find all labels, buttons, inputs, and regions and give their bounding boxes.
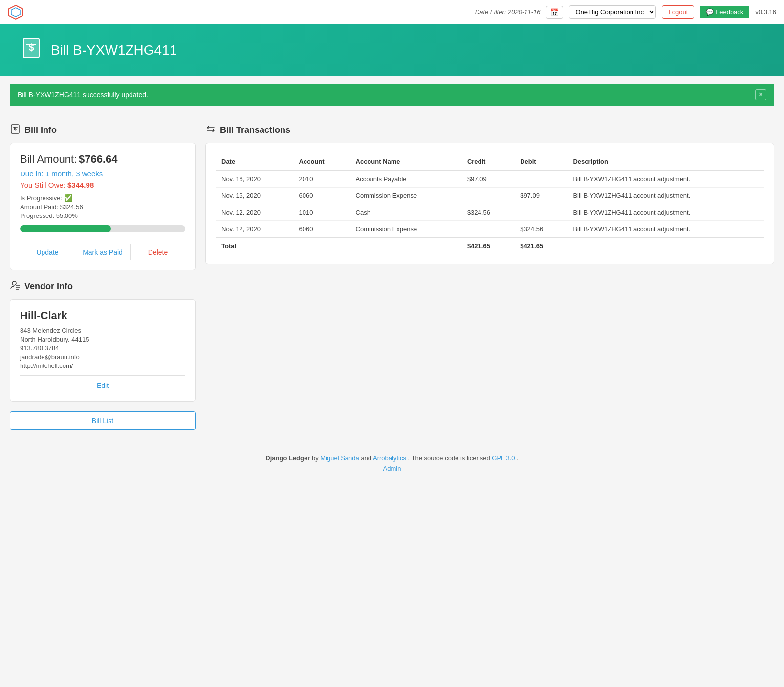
table-foot: Total $421.65 $421.65	[216, 237, 764, 254]
svg-text:$: $	[28, 42, 34, 53]
cell-debit	[514, 171, 567, 188]
page-header: $ Bill B-YXW1ZHG411	[0, 24, 784, 76]
vendor-info-header: Vendor Info	[10, 280, 196, 293]
delete-button[interactable]: Delete	[131, 244, 185, 260]
footer-text: Django Ledger by Miguel Sanda and Arroba…	[10, 454, 774, 462]
cell-date: Nov. 16, 2020	[216, 188, 293, 204]
col-description: Description	[567, 153, 764, 171]
bill-info-title: Bill Info	[24, 125, 57, 135]
due-in: Due in: 1 month, 3 weeks	[20, 170, 185, 178]
total-account	[293, 237, 350, 254]
footer-admin-row: Admin	[10, 465, 774, 472]
footer-author1-link[interactable]: Miguel Sanda	[320, 454, 359, 462]
svg-point-8	[12, 281, 16, 285]
bill-info-icon: $	[10, 124, 21, 137]
cell-account: 6060	[293, 188, 350, 204]
total-description	[567, 237, 764, 254]
vendor-info-title: Vendor Info	[24, 281, 73, 292]
progressed-value: 55.00%	[56, 212, 78, 219]
cell-account: 2010	[293, 171, 350, 188]
table-row: Nov. 12, 20201010Cash$324.56Bill B-YXW1Z…	[216, 204, 764, 221]
page-title: Bill B-YXW1ZHG411	[51, 43, 177, 58]
footer-admin-link[interactable]: Admin	[10, 465, 774, 472]
cell-description: Bill B-YXW1ZHG411 account adjustment.	[567, 188, 764, 204]
cell-account_name: Commission Expense	[350, 221, 461, 238]
company-select[interactable]: One Big Corporation Inc	[569, 5, 656, 19]
update-button[interactable]: Update	[20, 244, 75, 260]
vendor-address1: 843 Melendez Circles	[20, 327, 185, 334]
cell-description: Bill B-YXW1ZHG411 account adjustment.	[567, 221, 764, 238]
table-row: Nov. 12, 20206060Commission Expense$324.…	[216, 221, 764, 238]
cell-account_name: Accounts Payable	[350, 171, 461, 188]
bill-actions: Update Mark as Paid Delete	[20, 238, 185, 260]
footer-license-link[interactable]: GPL 3.0	[492, 454, 515, 462]
transactions-title: Bill Transactions	[220, 125, 290, 135]
total-debit: $421.65	[514, 237, 567, 254]
table-header-row: Date Account Account Name Credit Debit D…	[216, 153, 764, 171]
cell-date: Nov. 12, 2020	[216, 221, 293, 238]
amount-paid-value: $324.56	[60, 203, 83, 211]
cell-date: Nov. 12, 2020	[216, 204, 293, 221]
progress-bar-fill	[20, 225, 111, 232]
cell-credit: $324.56	[461, 204, 514, 221]
bill-list-button[interactable]: Bill List	[10, 411, 196, 430]
transactions-icon	[205, 124, 216, 137]
navbar-right: Date Filter: 2020-11-16 📅 One Big Corpor…	[475, 5, 776, 19]
mark-as-paid-button[interactable]: Mark as Paid	[75, 244, 130, 260]
alert-close-button[interactable]: ×	[755, 89, 766, 100]
table-row: Nov. 16, 20202010Accounts Payable$97.09B…	[216, 171, 764, 188]
bill-info-card: Bill Amount: $766.64 Due in: 1 month, 3 …	[10, 143, 196, 270]
amount-paid-row: Amount Paid: $324.56	[20, 203, 185, 211]
col-account-name: Account Name	[350, 153, 461, 171]
cell-credit: $97.09	[461, 171, 514, 188]
bill-amount-value: $766.64	[79, 153, 118, 165]
success-alert: Bill B-YXW1ZHG411 successfully updated. …	[10, 84, 774, 106]
table-row: Nov. 16, 20206060Commission Expense$97.0…	[216, 188, 764, 204]
vendor-info-card: Hill-Clark 843 Melendez Circles North Ha…	[10, 299, 196, 402]
col-date: Date	[216, 153, 293, 171]
feedback-icon: 💬	[706, 8, 714, 16]
vendor-email: jandrade@braun.info	[20, 353, 185, 361]
bill-info-header: $ Bill Info	[10, 124, 196, 137]
total-label: Total	[216, 237, 293, 254]
table-head: Date Account Account Name Credit Debit D…	[216, 153, 764, 171]
date-filter-label: Date Filter: 2020-11-16	[475, 8, 541, 16]
vendor-icon	[10, 280, 21, 293]
totals-row: Total $421.65 $421.65	[216, 237, 764, 254]
vendor-edit-button[interactable]: Edit	[93, 380, 112, 391]
vendor-actions: Edit	[20, 375, 185, 391]
svg-marker-1	[11, 8, 20, 17]
col-debit: Debit	[514, 153, 567, 171]
feedback-button[interactable]: 💬 Feedback	[700, 6, 749, 18]
progressed-row: Progressed: 55.00%	[20, 212, 185, 219]
right-column: Bill Transactions Date Account Account N…	[205, 124, 774, 264]
cell-description: Bill B-YXW1ZHG411 account adjustment.	[567, 204, 764, 221]
cell-account_name: Commission Expense	[350, 188, 461, 204]
calendar-button[interactable]: 📅	[546, 6, 563, 19]
bill-amount-label: Bill Amount:	[20, 153, 77, 165]
footer-author2-link[interactable]: Arrobalytics	[373, 454, 406, 462]
transactions-table: Date Account Account Name Credit Debit D…	[216, 153, 764, 254]
vendor-name: Hill-Clark	[20, 309, 185, 322]
transactions-header: Bill Transactions	[205, 124, 774, 137]
left-column: $ Bill Info Bill Amount: $766.64 Due in:…	[10, 124, 196, 430]
cell-account_name: Cash	[350, 204, 461, 221]
still-owe: You Still Owe: $344.98	[20, 181, 185, 189]
vendor-phone: 913.780.3784	[20, 344, 185, 352]
cell-debit	[514, 204, 567, 221]
page-footer: Django Ledger by Miguel Sanda and Arroba…	[0, 440, 784, 487]
cell-description: Bill B-YXW1ZHG411 account adjustment.	[567, 171, 764, 188]
navbar: Date Filter: 2020-11-16 📅 One Big Corpor…	[0, 0, 784, 24]
cell-account: 1010	[293, 204, 350, 221]
cell-credit	[461, 188, 514, 204]
app-logo-icon	[8, 4, 23, 20]
cell-account: 6060	[293, 221, 350, 238]
logout-button[interactable]: Logout	[662, 5, 694, 19]
version-label: v0.3.16	[755, 8, 776, 16]
cell-debit: $97.09	[514, 188, 567, 204]
col-credit: Credit	[461, 153, 514, 171]
still-owe-label: You Still Owe:	[20, 181, 65, 189]
vendor-address2: North Haroldbury. 44115	[20, 336, 185, 343]
alert-message: Bill B-YXW1ZHG411 successfully updated.	[18, 91, 148, 99]
is-progressive-check-icon: ✅	[64, 194, 72, 202]
